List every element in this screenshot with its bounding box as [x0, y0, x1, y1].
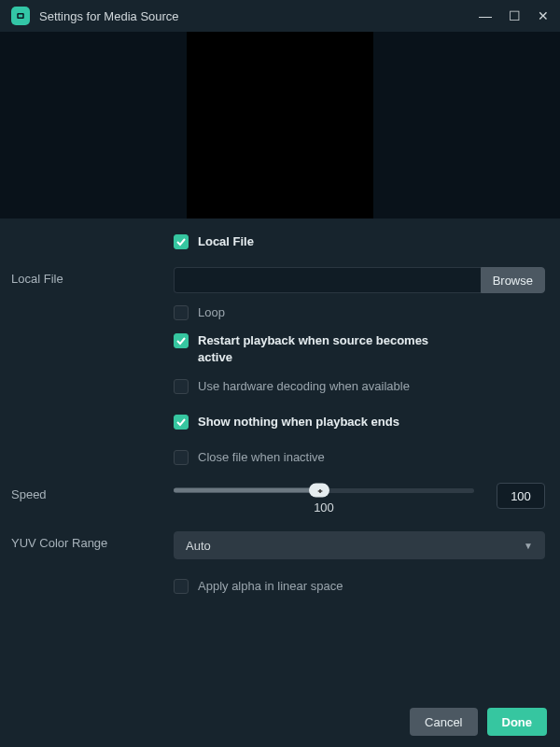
speed-label: Speed	[0, 483, 174, 501]
browse-button[interactable]: Browse	[481, 267, 545, 293]
svg-rect-1	[19, 15, 23, 18]
done-button[interactable]: Done	[487, 708, 548, 736]
maximize-icon[interactable]: ☐	[509, 9, 521, 22]
select-value: Auto	[186, 539, 211, 553]
restart-playback-checkbox[interactable]: Restart playback when source becomes act…	[174, 331, 459, 367]
close-inactive-checkbox[interactable]: Close file when inactive	[174, 447, 325, 468]
preview-box	[187, 32, 373, 218]
checkbox-label: Close file when inactive	[198, 449, 325, 466]
linear-alpha-checkbox[interactable]: Apply alpha in linear space	[174, 576, 343, 597]
titlebar: Settings for Media Source ― ☐ ✕	[0, 0, 560, 32]
checkbox-icon	[174, 379, 189, 394]
checkbox-icon	[174, 305, 189, 320]
local-file-label: Local File	[0, 267, 174, 286]
loop-checkbox[interactable]: Loop	[174, 303, 225, 323]
close-icon[interactable]: ✕	[538, 9, 549, 22]
local-file-checkbox[interactable]: Local File	[174, 232, 254, 252]
speed-value-display: 100	[314, 500, 334, 514]
preview-area	[0, 32, 560, 218]
yuv-range-select[interactable]: Auto ▼	[174, 531, 545, 559]
checkbox-icon	[174, 234, 189, 249]
speed-slider[interactable]: ◂▸	[174, 483, 474, 498]
yuv-range-label: YUV Color Range	[0, 531, 174, 550]
local-file-input[interactable]	[174, 267, 481, 293]
slider-thumb-icon: ◂▸	[309, 484, 329, 498]
checkbox-icon	[174, 333, 189, 348]
window-title: Settings for Media Source	[39, 9, 469, 23]
checkbox-label: Use hardware decoding when available	[198, 378, 410, 395]
app-icon	[11, 7, 30, 25]
checkbox-label: Restart playback when source becomes act…	[198, 332, 459, 365]
checkbox-label: Show nothing when playback ends	[198, 414, 399, 430]
checkbox-label: Local File	[198, 233, 254, 250]
window-controls: ― ☐ ✕	[479, 9, 549, 22]
show-nothing-checkbox[interactable]: Show nothing when playback ends	[174, 412, 399, 432]
chevron-down-icon: ▼	[524, 541, 533, 551]
settings-form: Local File Local File Browse Loop	[0, 218, 560, 697]
checkbox-icon	[174, 579, 189, 594]
hw-decode-checkbox[interactable]: Use hardware decoding when available	[174, 376, 410, 397]
checkbox-icon	[174, 450, 189, 465]
cancel-button[interactable]: Cancel	[410, 708, 477, 736]
checkbox-label: Loop	[198, 304, 225, 321]
speed-input[interactable]: 100	[497, 483, 545, 509]
dialog-footer: Cancel Done	[0, 697, 560, 747]
checkbox-icon	[174, 415, 189, 430]
checkbox-label: Apply alpha in linear space	[198, 578, 343, 595]
minimize-icon[interactable]: ―	[479, 9, 492, 22]
